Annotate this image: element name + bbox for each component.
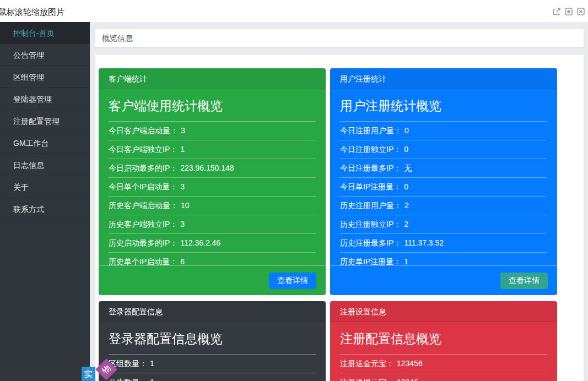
stat-value: 0 [404,182,408,191]
stat-label: 今日单IP注册量： [340,182,401,191]
card-user-registration-title: 用户注册统计概览 [340,91,547,122]
card-client-stats-header: 客户端统计 [99,68,326,89]
sidebar-item-console-home[interactable]: 控制台-首页 [0,22,90,44]
card-client-stats-footer: 查看详情 [99,265,326,295]
card-client-stats-title: 客户端使用统计概览 [109,91,316,122]
stat-label: 历史单个IP启动量： [109,257,177,266]
stat-value: 10 [181,201,190,210]
stat-label: 历史客户端启动量： [109,201,178,210]
stat-value: 2 [404,220,408,228]
stat-label: 历史客户端独立IP： [109,220,177,228]
stat-row: 今日注册最多IP：无 [340,159,547,178]
stat-row: 注册送银元宝：12346 [340,373,547,381]
sidebar-item-launcher-management[interactable]: 登陆器管理 [0,88,90,110]
window-controls [552,7,585,16]
card-user-registration: 用户注册统计 用户注册统计概览 今日注册用户量：0 今日注册独立IP：0 今日注… [330,68,557,295]
stat-value: 112.36.2.46 [180,238,220,247]
page-header: 概览信息 [95,29,584,47]
stat-label: 历史注册独立IP： [340,220,401,228]
stat-row: 今日单IP注册量：0 [340,178,547,197]
stat-label: 注册送银元宝： [340,378,394,381]
view-details-button-client[interactable]: 查看详情 [269,273,316,289]
overview-panel: 客户端统计 客户端使用统计概览 今日客户端启动量：3 今日客户端独立IP：1 今… [95,54,584,381]
stat-row: 历史客户端独立IP：3 [109,215,316,234]
stat-row: 注册送金元宝：123456 [340,355,547,373]
stat-value: 223.96.150.148 [180,164,234,172]
stat-label: 历史注册用户量： [340,201,402,210]
stat-label: 历史启动最多的IP： [109,238,177,247]
card-user-registration-body: 用户注册统计概览 今日注册用户量：0 今日注册独立IP：0 今日注册最多IP：无… [330,89,557,271]
stat-value: 1 [150,378,154,381]
card-launcher-config-body: 登录器配置信息概览 区组数量：1 公告数量：1 [99,322,326,381]
floating-badge-wu-label: 物 [100,363,113,376]
stat-label: 今日注册最多IP： [340,164,401,172]
stat-row: 历史启动最多的IP：112.36.2.46 [109,234,316,253]
stat-label: 今日客户端启动量： [109,126,178,135]
sidebar-item-announcements[interactable]: 公告管理 [0,44,90,66]
stat-value: 111.37.3.52 [404,238,444,247]
stat-value: 0 [404,126,409,135]
stat-value: 2 [404,201,409,210]
stat-value: 3 [181,126,185,135]
stat-value: 1 [404,257,408,266]
stat-label: 今日客户端独立IP： [109,145,177,154]
card-launcher-config: 登录器配置信息 登录器配置信息概览 区组数量：1 公告数量：1 [99,301,326,381]
stat-row: 今日客户端独立IP：1 [109,140,316,159]
page-title: 概览信息 [102,34,133,42]
stat-row: 历史注册用户量：2 [340,197,547,215]
stat-label: 历史注册最多IP： [340,238,401,247]
sidebar-item-contact[interactable]: 联系方式 [0,198,90,220]
stat-label: 注册送金元宝： [340,359,394,368]
stat-row: 今日单个IP启动量：3 [109,178,316,197]
app-window: 鼠标滚轮缩放图片 控制台-首 [0,0,588,381]
stat-row: 今日注册独立IP：0 [340,140,547,159]
card-registration-settings-body: 注册配置信息概览 注册送金元宝：123456 注册送银元宝：12346 [330,322,557,381]
card-registration-settings: 注册设置信息 注册配置信息概览 注册送金元宝：123456 注册送银元宝：123… [330,301,557,381]
stat-label: 今日单个IP启动量： [109,182,177,191]
stat-row: 历史注册独立IP：2 [340,215,547,234]
close-icon[interactable] [576,7,585,16]
view-details-button-registration[interactable]: 查看详情 [500,273,548,289]
card-user-registration-header: 用户注册统计 [330,68,557,89]
sidebar-item-logs[interactable]: 日志信息 [0,154,90,176]
stat-label: 今日注册用户量： [340,126,402,135]
card-registration-settings-title: 注册配置信息概览 [340,324,547,355]
stat-value: 1 [180,145,185,154]
window-title: 鼠标滚轮缩放图片 [0,7,64,18]
maximize-icon[interactable] [564,7,573,16]
stat-label: 历史单IP注册量： [340,257,401,266]
stat-label: 今日注册独立IP： [340,145,401,154]
card-client-stats-body: 客户端使用统计概览 今日客户端启动量：3 今日客户端独立IP：1 今日启动最多的… [99,89,326,271]
sidebar-item-zone-groups[interactable]: 区组管理 [0,66,90,88]
stat-row: 历史客户端启动量：10 [109,197,316,215]
stat-value: 3 [180,220,185,228]
stat-row: 历史注册最多IP：111.37.3.52 [340,234,547,253]
stat-value: 123456 [397,359,423,368]
card-launcher-config-title: 登录器配置信息概览 [109,324,316,355]
card-client-stats: 客户端统计 客户端使用统计概览 今日客户端启动量：3 今日客户端独立IP：1 今… [99,68,326,295]
stat-row: 今日启动最多的IP：223.96.150.148 [109,159,316,178]
stat-row: 区组数量：1 [109,355,316,373]
sidebar: 控制台-首页 公告管理 区组管理 登陆器管理 注册配置管理 GM工作台 日志信息… [0,22,90,381]
stat-value: 3 [180,182,185,191]
stat-value: 无 [404,164,412,172]
stat-value: 12346 [397,378,418,381]
titlebar: 鼠标滚轮缩放图片 [0,0,588,22]
floating-badge-shi[interactable]: 实 [82,367,95,381]
stat-row: 今日客户端启动量：3 [109,122,316,140]
stat-row: 公告数量：1 [109,373,316,381]
stat-value: 0 [404,145,408,154]
stat-label: 今日启动最多的IP： [109,164,177,172]
card-user-registration-footer: 查看详情 [330,265,557,295]
stat-value: 1 [150,359,154,368]
card-registration-settings-header: 注册设置信息 [330,301,557,322]
card-launcher-config-header: 登录器配置信息 [99,301,326,322]
stat-label: 公告数量： [109,378,147,381]
sidebar-item-register-config[interactable]: 注册配置管理 [0,110,90,132]
sidebar-item-about[interactable]: 关于 [0,176,90,198]
pop-out-icon[interactable] [552,7,561,16]
sidebar-item-gm-workbench[interactable]: GM工作台 [0,132,90,154]
stat-row: 今日注册用户量：0 [340,122,547,140]
stat-value: 6 [180,257,185,266]
